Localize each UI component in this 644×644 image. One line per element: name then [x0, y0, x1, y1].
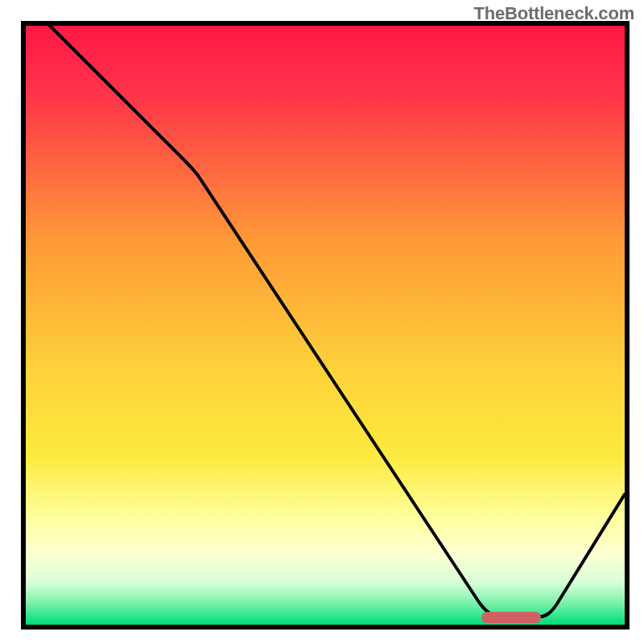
chart-container: TheBottleneck.com [0, 0, 644, 644]
plot-background [26, 26, 625, 625]
watermark-label: TheBottleneck.com [473, 3, 634, 24]
bottleneck-chart [0, 0, 644, 644]
optimal-zone-marker [481, 612, 541, 623]
